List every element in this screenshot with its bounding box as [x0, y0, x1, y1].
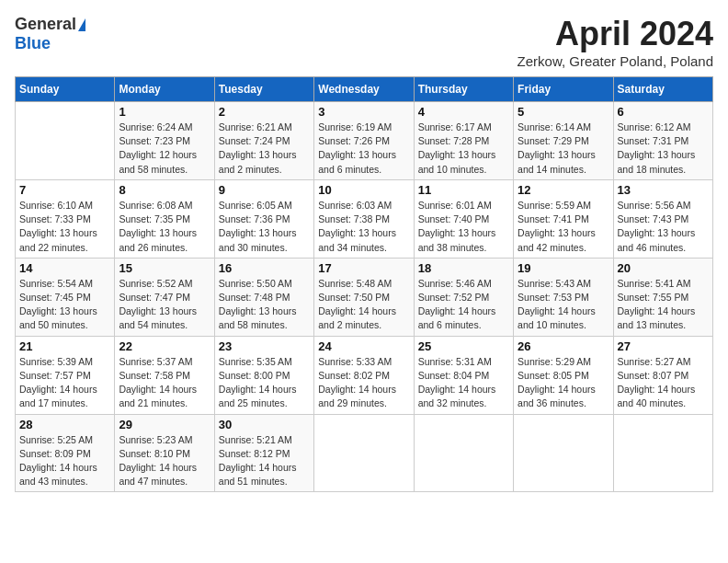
day-cell: 18Sunrise: 5:46 AM Sunset: 7:52 PM Dayli… — [414, 258, 513, 336]
day-cell: 21Sunrise: 5:39 AM Sunset: 7:57 PM Dayli… — [16, 336, 115, 414]
day-cell: 23Sunrise: 5:35 AM Sunset: 8:00 PM Dayli… — [214, 336, 313, 414]
day-info: Sunrise: 5:37 AM Sunset: 7:58 PM Dayligh… — [119, 355, 210, 411]
day-info: Sunrise: 5:21 AM Sunset: 8:12 PM Dayligh… — [219, 433, 310, 489]
day-cell: 27Sunrise: 5:27 AM Sunset: 8:07 PM Dayli… — [613, 336, 712, 414]
week-row-5: 28Sunrise: 5:25 AM Sunset: 8:09 PM Dayli… — [16, 414, 713, 492]
day-number: 15 — [119, 261, 210, 275]
day-number: 22 — [119, 339, 210, 353]
header-wednesday: Wednesday — [314, 77, 414, 102]
day-info: Sunrise: 6:14 AM Sunset: 7:29 PM Dayligh… — [518, 121, 609, 177]
day-number: 21 — [19, 339, 110, 353]
day-info: Sunrise: 5:54 AM Sunset: 7:45 PM Dayligh… — [19, 277, 110, 333]
day-cell: 5Sunrise: 6:14 AM Sunset: 7:29 PM Daylig… — [514, 102, 613, 180]
day-info: Sunrise: 5:48 AM Sunset: 7:50 PM Dayligh… — [318, 277, 409, 333]
day-info: Sunrise: 5:46 AM Sunset: 7:52 PM Dayligh… — [418, 277, 509, 333]
day-info: Sunrise: 6:03 AM Sunset: 7:38 PM Dayligh… — [318, 199, 409, 255]
week-row-1: 1Sunrise: 6:24 AM Sunset: 7:23 PM Daylig… — [16, 102, 713, 180]
day-info: Sunrise: 5:35 AM Sunset: 8:00 PM Dayligh… — [219, 355, 310, 411]
day-number: 14 — [19, 261, 110, 275]
day-cell: 30Sunrise: 5:21 AM Sunset: 8:12 PM Dayli… — [214, 414, 313, 492]
logo-general: General — [15, 15, 76, 34]
month-title: April 2024 — [518, 15, 713, 53]
day-cell: 24Sunrise: 5:33 AM Sunset: 8:02 PM Dayli… — [314, 336, 414, 414]
day-number: 27 — [618, 339, 709, 353]
day-cell: 16Sunrise: 5:50 AM Sunset: 7:48 PM Dayli… — [214, 258, 313, 336]
day-info: Sunrise: 5:39 AM Sunset: 7:57 PM Dayligh… — [19, 355, 110, 411]
logo-triangle-icon — [78, 18, 85, 31]
day-info: Sunrise: 5:23 AM Sunset: 8:10 PM Dayligh… — [119, 433, 210, 489]
day-info: Sunrise: 6:17 AM Sunset: 7:28 PM Dayligh… — [418, 121, 509, 177]
day-number: 24 — [318, 339, 409, 353]
day-cell: 19Sunrise: 5:43 AM Sunset: 7:53 PM Dayli… — [514, 258, 613, 336]
day-info: Sunrise: 6:05 AM Sunset: 7:36 PM Dayligh… — [219, 199, 310, 255]
day-cell: 13Sunrise: 5:56 AM Sunset: 7:43 PM Dayli… — [613, 179, 712, 258]
logo-blue: Blue — [15, 34, 51, 53]
day-info: Sunrise: 5:50 AM Sunset: 7:48 PM Dayligh… — [219, 277, 310, 333]
day-number: 18 — [418, 261, 509, 275]
day-info: Sunrise: 6:08 AM Sunset: 7:35 PM Dayligh… — [119, 199, 210, 255]
day-cell: 26Sunrise: 5:29 AM Sunset: 8:05 PM Dayli… — [514, 336, 613, 414]
day-number: 30 — [219, 418, 310, 431]
week-row-4: 21Sunrise: 5:39 AM Sunset: 7:57 PM Dayli… — [16, 336, 713, 414]
day-number: 10 — [318, 183, 409, 197]
day-cell: 20Sunrise: 5:41 AM Sunset: 7:55 PM Dayli… — [613, 258, 712, 336]
header-monday: Monday — [115, 77, 214, 102]
day-cell — [613, 414, 712, 492]
day-info: Sunrise: 5:52 AM Sunset: 7:47 PM Dayligh… — [119, 277, 210, 333]
day-number: 29 — [119, 418, 210, 431]
day-number: 17 — [318, 261, 409, 275]
header-saturday: Saturday — [613, 77, 712, 102]
logo: General Blue — [15, 15, 85, 53]
day-number: 1 — [119, 105, 210, 119]
location-subtitle: Zerkow, Greater Poland, Poland — [518, 53, 713, 69]
day-number: 2 — [219, 105, 310, 119]
title-area: April 2024 Zerkow, Greater Poland, Polan… — [518, 15, 713, 69]
day-number: 7 — [19, 183, 110, 197]
day-cell: 14Sunrise: 5:54 AM Sunset: 7:45 PM Dayli… — [16, 258, 115, 336]
day-info: Sunrise: 5:56 AM Sunset: 7:43 PM Dayligh… — [618, 199, 709, 255]
day-info: Sunrise: 5:33 AM Sunset: 8:02 PM Dayligh… — [318, 355, 409, 411]
day-cell — [414, 414, 513, 492]
day-number: 13 — [618, 183, 709, 197]
day-info: Sunrise: 5:25 AM Sunset: 8:09 PM Dayligh… — [19, 433, 110, 489]
calendar-header-row: SundayMondayTuesdayWednesdayThursdayFrid… — [16, 77, 713, 102]
day-cell: 11Sunrise: 6:01 AM Sunset: 7:40 PM Dayli… — [414, 179, 513, 258]
week-row-2: 7Sunrise: 6:10 AM Sunset: 7:33 PM Daylig… — [16, 179, 713, 258]
calendar-table: SundayMondayTuesdayWednesdayThursdayFrid… — [15, 76, 713, 492]
day-cell — [514, 414, 613, 492]
day-number: 5 — [518, 105, 609, 119]
day-number: 9 — [219, 183, 310, 197]
day-info: Sunrise: 6:19 AM Sunset: 7:26 PM Dayligh… — [318, 121, 409, 177]
day-info: Sunrise: 6:01 AM Sunset: 7:40 PM Dayligh… — [418, 199, 509, 255]
day-cell — [16, 102, 115, 180]
day-cell: 1Sunrise: 6:24 AM Sunset: 7:23 PM Daylig… — [115, 102, 214, 180]
day-cell: 3Sunrise: 6:19 AM Sunset: 7:26 PM Daylig… — [314, 102, 414, 180]
day-number: 8 — [119, 183, 210, 197]
day-number: 3 — [318, 105, 409, 119]
day-info: Sunrise: 6:12 AM Sunset: 7:31 PM Dayligh… — [618, 121, 709, 177]
day-number: 19 — [518, 261, 609, 275]
day-info: Sunrise: 5:31 AM Sunset: 8:04 PM Dayligh… — [418, 355, 509, 411]
day-number: 25 — [418, 339, 509, 353]
day-info: Sunrise: 6:21 AM Sunset: 7:24 PM Dayligh… — [219, 121, 310, 177]
day-cell: 6Sunrise: 6:12 AM Sunset: 7:31 PM Daylig… — [613, 102, 712, 180]
day-cell: 17Sunrise: 5:48 AM Sunset: 7:50 PM Dayli… — [314, 258, 414, 336]
day-number: 6 — [618, 105, 709, 119]
day-cell: 10Sunrise: 6:03 AM Sunset: 7:38 PM Dayli… — [314, 179, 414, 258]
header-tuesday: Tuesday — [214, 77, 313, 102]
day-info: Sunrise: 6:10 AM Sunset: 7:33 PM Dayligh… — [19, 199, 110, 255]
day-info: Sunrise: 5:41 AM Sunset: 7:55 PM Dayligh… — [618, 277, 709, 333]
day-info: Sunrise: 5:27 AM Sunset: 8:07 PM Dayligh… — [618, 355, 709, 411]
day-info: Sunrise: 5:43 AM Sunset: 7:53 PM Dayligh… — [518, 277, 609, 333]
day-number: 26 — [518, 339, 609, 353]
day-cell: 28Sunrise: 5:25 AM Sunset: 8:09 PM Dayli… — [16, 414, 115, 492]
day-cell: 25Sunrise: 5:31 AM Sunset: 8:04 PM Dayli… — [414, 336, 513, 414]
week-row-3: 14Sunrise: 5:54 AM Sunset: 7:45 PM Dayli… — [16, 258, 713, 336]
day-number: 23 — [219, 339, 310, 353]
header: General Blue April 2024 Zerkow, Greater … — [15, 15, 713, 69]
day-cell: 29Sunrise: 5:23 AM Sunset: 8:10 PM Dayli… — [115, 414, 214, 492]
day-cell: 2Sunrise: 6:21 AM Sunset: 7:24 PM Daylig… — [214, 102, 313, 180]
day-cell: 15Sunrise: 5:52 AM Sunset: 7:47 PM Dayli… — [115, 258, 214, 336]
day-cell: 12Sunrise: 5:59 AM Sunset: 7:41 PM Dayli… — [514, 179, 613, 258]
header-thursday: Thursday — [414, 77, 513, 102]
